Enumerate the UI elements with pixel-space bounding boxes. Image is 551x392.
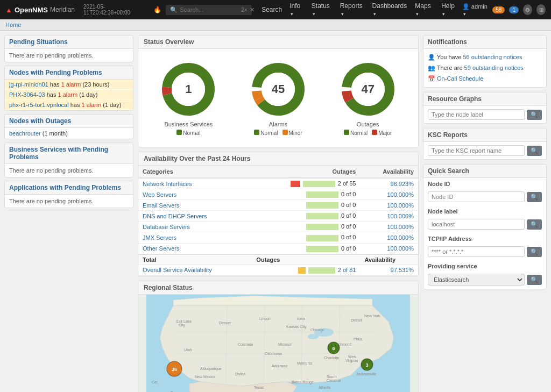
nav-status[interactable]: Status ▾ [312, 2, 333, 17]
svg-text:Albuquerque: Albuquerque [200, 367, 222, 371]
nav-info[interactable]: Info ▾ [289, 2, 304, 17]
green-bar-3 [306, 213, 338, 219]
notifications-body: 👤 You have 56 outstanding notices 👥 Ther… [423, 49, 546, 87]
table-row: Database Servers 0 of 0 100.000% [138, 222, 418, 232]
chart-name-alarms: Alarms [269, 121, 287, 127]
chart-name-outages: Outages [357, 121, 379, 127]
node-id-input[interactable] [428, 191, 525, 202]
map-container[interactable]: Detroit New York Salt Lake City Phila. D… [138, 295, 418, 392]
table-row: DNS and DHCP Servers 0 of 0 100.000% [138, 211, 418, 222]
resource-graphs-search-btn[interactable]: 🔍 [527, 110, 542, 120]
node-id-search-btn[interactable]: 🔍 [527, 192, 542, 202]
overall-link[interactable]: Overall Service Availability [143, 267, 212, 273]
overall-yellow-bar [298, 267, 306, 274]
overall-row: Overall Service Availability 2 of 81 97.… [138, 265, 418, 275]
outage-cell-4: 0 of 0 [252, 222, 360, 232]
row-link-0[interactable]: Network Interfaces [143, 181, 192, 187]
avail-pct-6: 100.000% [360, 243, 418, 254]
svg-text:Colorado: Colorado [238, 343, 253, 346]
node-id-row: 🔍 [423, 188, 546, 205]
svg-text:Oklahoma: Oklahoma [265, 352, 282, 355]
green-bar-4 [306, 224, 338, 230]
svg-text:Carolina: Carolina [327, 379, 341, 382]
svg-text:Chicago: Chicago [310, 328, 324, 332]
col-categories: Categories [138, 166, 252, 178]
legend-normal-bs: Normal [183, 130, 200, 136]
row-link-4[interactable]: Database Servers [143, 224, 190, 230]
node-label-label: Node label [423, 205, 546, 216]
service-search-btn[interactable]: 🔍 [527, 275, 542, 285]
svg-point-6 [262, 73, 295, 106]
logo-meridian: Meridian [50, 6, 75, 13]
outage-item-0: beachrouter (1 month) [5, 128, 133, 139]
resource-graphs-input[interactable] [428, 109, 525, 120]
charts-row: 1 Business Services Normal [144, 54, 413, 141]
logo-openNMS: OpenNMS [15, 6, 48, 14]
search-input[interactable] [180, 6, 239, 13]
tcp-row: 🔍 [423, 243, 546, 260]
service-select[interactable]: Elasticsearch HTTP HTTPS ICMP [428, 274, 525, 286]
notif-link-2[interactable]: 59 outstanding notices [464, 65, 524, 71]
svg-point-9 [351, 73, 385, 106]
row-link-1[interactable]: Web Servers [143, 191, 176, 198]
alarm-node-link-0[interactable]: jg-rpi-minion01 [9, 81, 48, 88]
outage-cell-2: 0 of 0 [252, 200, 360, 211]
notif-pre-1: You have [437, 54, 463, 60]
badge-alarms[interactable]: 58 [492, 6, 505, 13]
ksc-reports-search-btn[interactable]: 🔍 [527, 146, 542, 156]
node-label-search-btn[interactable]: 🔍 [527, 219, 542, 230]
badge-notifications[interactable]: 1 [509, 6, 519, 13]
alarm-link-1[interactable]: 1 alarm [58, 91, 78, 98]
right-panel: Notifications 👤 You have 56 outstanding … [423, 35, 547, 289]
tcp-search-btn[interactable]: 🔍 [527, 247, 542, 257]
biz-services-body: There are no pending problems. [5, 164, 133, 177]
alarm-link-0[interactable]: 1 alarm [61, 81, 81, 88]
chart-business-services: 1 Business Services Normal [159, 60, 218, 136]
alarm-node-link-2[interactable]: phx-r1-r5-tor1.vpnlocal [9, 102, 69, 108]
search-box[interactable]: 🔍 2× ✕ [166, 5, 252, 15]
row-link-2[interactable]: Email Servers [143, 202, 179, 209]
avail-pct-2: 100.000% [360, 200, 418, 211]
donut-outages: 47 [338, 60, 398, 119]
chart-legend-alarms: Normal Minor [254, 130, 302, 136]
outage-val-2: 0 of 0 [341, 202, 356, 208]
total-row: Total Outages Availability [138, 254, 418, 265]
donut-business-services: 1 [159, 60, 218, 119]
notif-link-3[interactable]: On-Call Schedule [437, 75, 483, 82]
table-row: JMX Servers 0 of 0 100.000% [138, 232, 418, 243]
svg-text:City: City [179, 323, 186, 327]
breadcrumb-home[interactable]: Home [5, 22, 21, 28]
left-panel: Pending Situations There are no pending … [4, 35, 133, 208]
row-link-3[interactable]: DNS and DHCP Servers [143, 213, 207, 219]
nav-maps[interactable]: Maps ▾ [415, 2, 434, 17]
notif-link-1[interactable]: 56 outstanding notices [463, 54, 522, 60]
ksc-reports-search: 🔍 [423, 142, 546, 159]
alarm-link-2[interactable]: 1 alarm [82, 102, 102, 108]
table-row: Email Servers 0 of 0 100.000% [138, 200, 418, 211]
pending-situations-title: Pending Situations [5, 35, 133, 49]
node-label-input[interactable] [428, 219, 525, 230]
svg-text:Detroit: Detroit [351, 318, 362, 322]
alarm-node-link-1[interactable]: PHX-3064-03 [9, 91, 45, 98]
admin-link[interactable]: 👤 admin ▾ [462, 3, 489, 17]
overall-green-bar [308, 267, 335, 274]
tcp-input[interactable] [428, 246, 525, 257]
nav-dashboards[interactable]: Dashboards ▾ [372, 2, 408, 17]
outage-cell-0: 2 of 65 [252, 178, 360, 189]
nav-reports[interactable]: Reports ▾ [340, 2, 365, 17]
nodes-outages-title: Nodes with Outages [5, 115, 133, 128]
settings-icon[interactable]: ⚙ [523, 4, 532, 15]
biz-services-title: Business Services with Pending Problems [5, 143, 133, 164]
legend-normal-out: Normal [350, 130, 368, 136]
outage-node-link[interactable]: beachrouter [9, 130, 41, 137]
ksc-reports-title: KSC Reports [423, 129, 546, 142]
ksc-reports-input[interactable] [428, 145, 525, 156]
grid-icon[interactable]: ⊞ [536, 4, 546, 15]
svg-text:Baton Rouge: Baton Rouge [292, 380, 314, 384]
nav-help[interactable]: Help ▾ [441, 2, 458, 17]
row-link-5[interactable]: JMX Servers [143, 234, 176, 241]
svg-text:Missouri: Missouri [278, 343, 293, 346]
person-icon: 👤 [428, 54, 435, 60]
row-link-6[interactable]: Other Servers [143, 245, 179, 252]
nav-search[interactable]: Search [262, 6, 282, 13]
